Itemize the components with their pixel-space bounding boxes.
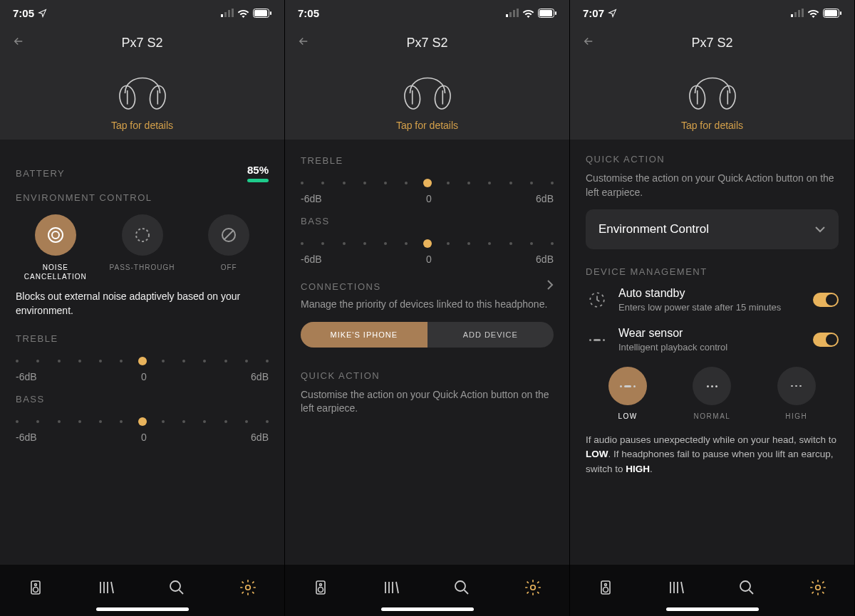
tab-search[interactable] <box>168 579 185 599</box>
svg-rect-2 <box>228 10 230 17</box>
wear-sensor-icon <box>586 328 608 351</box>
svg-point-44 <box>455 581 465 591</box>
status-time: 7:07 <box>583 7 604 19</box>
treble-label: TREBLE <box>16 333 269 344</box>
tab-settings[interactable] <box>239 578 257 600</box>
sensitivity-high[interactable]: HIGH <box>777 367 816 420</box>
svg-rect-0 <box>221 14 223 17</box>
slider-thumb[interactable] <box>423 239 432 248</box>
wifi-icon <box>807 9 819 18</box>
connections-label: CONNECTIONS <box>301 281 381 292</box>
treble-slider[interactable] <box>301 176 554 190</box>
tab-search[interactable] <box>453 579 470 599</box>
sensitivity-low[interactable]: LOW <box>608 367 647 420</box>
bass-slider[interactable] <box>16 414 269 429</box>
svg-point-46 <box>531 585 536 590</box>
battery-bar <box>247 179 269 182</box>
headphone-illustration[interactable] <box>581 61 843 115</box>
home-indicator[interactable] <box>381 607 474 611</box>
battery-icon <box>253 9 271 18</box>
tab-library[interactable] <box>668 579 685 599</box>
svg-point-23 <box>170 581 180 591</box>
page-title: Px7 S2 <box>318 36 537 51</box>
wear-sensor-row: Wear sensor Intelligent playback control <box>586 327 839 353</box>
home-indicator[interactable] <box>666 607 759 611</box>
signal-icon <box>506 9 519 17</box>
tab-library[interactable] <box>98 579 115 599</box>
page-title: Px7 S2 <box>33 36 252 51</box>
svg-point-11 <box>48 228 63 242</box>
slider-thumb[interactable] <box>423 179 432 187</box>
tap-for-details[interactable]: Tap for details <box>296 120 558 131</box>
svg-point-17 <box>34 584 36 586</box>
svg-point-60 <box>604 584 606 586</box>
tap-for-details[interactable]: Tap for details <box>581 120 843 131</box>
app-header: Px7 S2 Tap for details <box>0 26 284 140</box>
quick-action-desc: Customise the action on your Quick Actio… <box>301 388 554 416</box>
back-button[interactable] <box>581 35 603 51</box>
svg-rect-27 <box>509 12 512 17</box>
battery-percentage: 85% <box>247 164 269 176</box>
bass-label: BASS <box>16 394 269 404</box>
bass-label: BASS <box>301 216 554 226</box>
home-indicator[interactable] <box>96 607 189 611</box>
wifi-icon <box>237 9 249 18</box>
tab-speaker[interactable] <box>597 579 614 599</box>
signal-icon <box>791 9 804 17</box>
svg-line-43 <box>396 582 398 593</box>
svg-rect-31 <box>539 10 552 16</box>
env-control-label: ENVIRONMENT CONTROL <box>16 192 269 203</box>
svg-rect-3 <box>232 9 234 17</box>
tab-library[interactable] <box>383 579 400 599</box>
slider-thumb[interactable] <box>138 357 147 365</box>
svg-point-13 <box>136 229 149 241</box>
svg-rect-52 <box>824 10 837 16</box>
tab-speaker[interactable] <box>27 579 44 599</box>
tab-search[interactable] <box>738 579 755 599</box>
app-header: Px7 S2 Tap for details <box>285 26 569 140</box>
back-button[interactable] <box>11 35 33 51</box>
status-bar: 7:05 <box>0 0 284 26</box>
back-button[interactable] <box>296 35 318 51</box>
wifi-icon <box>522 9 534 18</box>
svg-point-25 <box>246 585 251 590</box>
sensitivity-normal[interactable]: NORMAL <box>693 367 731 420</box>
tab-speaker[interactable] <box>312 579 329 599</box>
svg-point-38 <box>319 584 321 586</box>
svg-point-61 <box>603 588 608 592</box>
auto-standby-row: Auto standby Enters low power state afte… <box>586 287 839 313</box>
device-pill-active[interactable]: MIKE'S IPHONE <box>301 322 428 348</box>
auto-standby-toggle[interactable] <box>813 293 839 307</box>
device-pills: MIKE'S IPHONE ADD DEVICE <box>301 322 554 348</box>
chevron-down-icon <box>814 226 826 233</box>
add-device-pill[interactable]: ADD DEVICE <box>428 322 554 348</box>
treble-label: TREBLE <box>301 155 554 166</box>
quick-action-label: QUICK ACTION <box>586 154 839 165</box>
wear-sensor-toggle[interactable] <box>813 333 839 347</box>
tab-settings[interactable] <box>809 578 827 600</box>
treble-slider[interactable] <box>16 354 269 368</box>
headphone-illustration[interactable] <box>11 61 273 115</box>
svg-rect-5 <box>254 10 267 16</box>
headphone-illustration[interactable] <box>296 61 558 115</box>
slider-thumb[interactable] <box>138 417 147 426</box>
svg-line-24 <box>180 590 184 595</box>
svg-point-18 <box>33 588 38 592</box>
battery-label: BATTERY <box>16 168 65 179</box>
quick-action-desc: Customise the action on your Quick Actio… <box>586 172 839 199</box>
quick-action-select[interactable]: Environment Control <box>586 209 839 249</box>
main-content: BATTERY 85% ENVIRONMENT CONTROL NOISE CA… <box>0 140 284 565</box>
low-icon <box>608 367 647 405</box>
connections-row[interactable]: CONNECTIONS <box>301 279 554 293</box>
bass-slider[interactable] <box>301 236 554 251</box>
env-off[interactable]: OFF <box>189 214 269 281</box>
env-noise-cancellation[interactable]: NOISE CANCELLATION <box>16 214 95 281</box>
env-pass-through[interactable]: PASS-THROUGH <box>103 214 182 281</box>
svg-point-66 <box>740 581 750 591</box>
svg-rect-47 <box>791 14 793 17</box>
tap-for-details[interactable]: Tap for details <box>11 120 273 131</box>
svg-line-45 <box>465 590 469 595</box>
sensitivity-note: If audio pauses unexpectedly while on yo… <box>586 433 839 476</box>
app-header: Px7 S2 Tap for details <box>570 26 854 140</box>
tab-settings[interactable] <box>524 578 542 600</box>
